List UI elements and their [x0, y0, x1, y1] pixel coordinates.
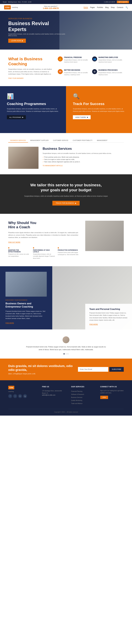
- tab-management-supplier[interactable]: MANAGEMENT SUPPLIER: [28, 138, 51, 142]
- quality-monitoring-link[interactable]: Quality Monitoring: [71, 400, 82, 401]
- connect-button[interactable]: JOIN: [100, 396, 108, 399]
- track-cta-button[interactable]: HOW IT WORK ▶: [73, 115, 91, 119]
- cta-band-section: Duis gravida, mi sit dolores vestibulum,…: [0, 358, 132, 380]
- feature-marketing: 👥 MARKETING EMPLOYEE Suspendisse tempus,…: [92, 56, 124, 66]
- tab-business-services[interactable]: BUSINESS SERVICES: [8, 138, 28, 142]
- nav-contacts[interactable]: Contacts: [117, 6, 123, 8]
- linkedin-icon[interactable]: in: [18, 394, 22, 398]
- connect-description: Sign up for our mailing list to get late…: [100, 390, 124, 394]
- owners-left: DISCOVER YOUR BUSINESS Business Owners a…: [0, 266, 52, 330]
- split-section: 📊 Coaching Programmes Suspendisse tempus…: [0, 86, 132, 133]
- hero-description: Suspendisse tempus, enim at convallis ma…: [8, 33, 66, 36]
- testimonial-text: Praesent tincidunt lorem erat. Finibus a…: [25, 346, 107, 351]
- nav-blog[interactable]: Blog: [105, 6, 109, 8]
- why-feature-title-1: MAINTAIN THE EFFECTIVENESS: [8, 249, 30, 252]
- why-feature-title-2: PERFORMING AT HIGH LEVELS: [33, 249, 55, 252]
- programmes-icon: 📊: [7, 93, 59, 100]
- why-image: [85, 221, 124, 251]
- services-list-item-2: Sed ut mi eget ex vulum ornare eget ac n…: [43, 158, 124, 161]
- services-list-item-1: Proin pulvinar porta eros. Morbi nam jus…: [43, 156, 124, 158]
- services-list: Proin pulvinar porta eros. Morbi nam jus…: [43, 156, 124, 163]
- footer-tagline: coaching: [8, 391, 37, 392]
- nav-pages[interactable]: Pages: [90, 6, 95, 8]
- find-us-title: FIND US: [42, 386, 66, 388]
- dot-3[interactable]: [67, 353, 68, 354]
- twitter-icon[interactable]: t: [13, 394, 17, 398]
- email-input[interactable]: [78, 367, 108, 372]
- feature-processes-desc: Suspendisse tempus, enim at convallis ma…: [98, 72, 124, 76]
- feature-financial-text: FINANCIAL FREEDOM Suspendisse tempus, en…: [64, 56, 89, 66]
- why-feature-title-3: PRODUCTIVE EXPERIENCE: [58, 249, 80, 251]
- why-feature-2: PERFORMING AT HIGH LEVELS Suspendisse te…: [33, 247, 55, 259]
- team-link[interactable]: FIND MORE: [89, 324, 98, 325]
- nav-home[interactable]: Home: [84, 6, 88, 8]
- hero-subtitle: Services for Business: [8, 18, 66, 20]
- footer-logo: cno: [8, 386, 14, 389]
- coaching-title-line2: Coaching: [8, 62, 27, 66]
- owners-section: DISCOVER YOUR BUSINESS Business Owners a…: [0, 266, 132, 330]
- footer-services-col: OUR SERVICES Financial Planning Software…: [71, 386, 95, 405]
- instagram-icon[interactable]: ig: [23, 394, 27, 398]
- arrow-icon: ▶: [22, 116, 23, 118]
- cta-form: SUBSCRIBE: [78, 367, 124, 372]
- trade-alliance-link[interactable]: Trade and Alliance: [71, 403, 82, 404]
- why-feature-desc-3: Praesent lorem amet volte augue consequa…: [58, 252, 80, 256]
- financial-planning-link[interactable]: Financial Planning: [71, 390, 82, 392]
- services-list-item-3: Nam class ultrices dignissim egestas ant…: [43, 161, 124, 163]
- feature-financial-title: FINANCIAL FREEDOM: [64, 56, 89, 58]
- feature-decisions-text: BETTER DECISIONS Suspendisse tempus, eni…: [64, 69, 89, 79]
- facebook-icon[interactable]: f: [8, 394, 12, 398]
- feature-decisions-desc: Suspendisse tempus, enim at convallis ma…: [64, 72, 89, 76]
- feature-dot-3: [58, 247, 59, 248]
- search-icon[interactable]: 🔍: [126, 6, 128, 8]
- software-research-link[interactable]: Software & Research: [71, 394, 84, 395]
- owners-link[interactable]: FIND MORE: [5, 322, 14, 324]
- footer-brand: cno coaching f t in ig: [8, 386, 37, 405]
- programmes-description: Suspendisse tempus, enim at convallis ma…: [7, 108, 59, 112]
- dot-2[interactable]: [66, 353, 66, 354]
- hero-cta-button[interactable]: LEARN NOW ▶: [8, 39, 26, 43]
- nav-portfolio[interactable]: Portfolio: [97, 6, 103, 8]
- why-inner: Why Should You Hire a Coach Phasellus eu…: [8, 221, 124, 259]
- team-title: Team and Personal Coaching: [89, 308, 128, 310]
- services-col-title: OUR SERVICES: [71, 386, 95, 388]
- why-link[interactable]: FIND OUT MORE: [8, 242, 20, 243]
- logo-text: coaching: [12, 6, 18, 8]
- logo-tagline: coaching: [12, 6, 18, 8]
- tab-customer-service[interactable]: CUSTOMER SERVICE: [51, 138, 70, 142]
- footer-bottom: Copyright © 2022 — All rights reserved: [8, 409, 124, 413]
- dot-1[interactable]: [64, 353, 65, 354]
- top-cta-button[interactable]: GET A QUOTE: [117, 0, 129, 4]
- hero-section: Services for Business Business Revival E…: [0, 11, 132, 50]
- footer-find-us: FIND US 170 Santiago Drive, Jacksonville…: [42, 386, 66, 405]
- tailor-section: We tailor this service to your business,…: [0, 174, 132, 214]
- logo-icon: cno: [4, 6, 11, 10]
- services-link[interactable]: TO MANAGEMENT ARTICLE: [43, 165, 63, 166]
- why-feature-desc-1: Praesent orci elit, cursus nec ante non …: [8, 253, 30, 257]
- coaching-inner: What is Business Coaching Suspendisse te…: [8, 56, 124, 79]
- top-phone: +1-800-123-45678: [104, 1, 115, 3]
- subscribe-button[interactable]: SUBSCRIBE: [109, 367, 124, 372]
- financial-icon: 💰: [58, 56, 63, 62]
- footer-connect: CONNECT WITH US Sign up for our mailing …: [100, 386, 124, 405]
- footer-link-2: Software & Research: [71, 393, 95, 396]
- services-content: Business Services Suspendisse tempus, en…: [8, 147, 124, 169]
- feature-financial-desc: Suspendisse tempus, enim at convallis ma…: [64, 59, 89, 63]
- tab-management[interactable]: MANAGEMENT: [95, 138, 110, 142]
- team-description: Praesent tincidunt lorem erat. Finibus a…: [89, 312, 128, 322]
- programmes-cta-button[interactable]: ALL PROGRAMS ▶: [7, 115, 26, 119]
- arrow-icon: ▶: [75, 202, 76, 204]
- tab-customer-profitability[interactable]: CUSTOMER PROFITABILITY: [70, 138, 95, 142]
- services-text: Business Services Suspendisse tempus, en…: [43, 147, 124, 167]
- feature-processes-title: BUSINESS PROCESSES: [98, 69, 124, 71]
- why-feature-desc-2: Suspendisse tempus, enim at convallis di…: [33, 253, 55, 259]
- business-services-link[interactable]: Business Services: [71, 397, 82, 398]
- services-title: Business Services: [43, 147, 124, 150]
- services-tabs: BUSINESS SERVICES MANAGEMENT SUPPLIER CU…: [8, 138, 124, 142]
- nav-shop[interactable]: Shop: [111, 6, 115, 8]
- main-nav: Home Pages Portfolio Blog Shop Contacts …: [84, 6, 128, 8]
- coaching-description: Suspendisse tempus, enim at convallis ma…: [8, 68, 52, 75]
- coaching-link[interactable]: FIND YOUR ANSWER: [8, 78, 23, 79]
- programmes-panel: 📊 Coaching Programmes Suspendisse tempus…: [0, 86, 66, 133]
- tailor-cta-button[interactable]: TRACK FOR BUSINESS ▶: [52, 201, 80, 206]
